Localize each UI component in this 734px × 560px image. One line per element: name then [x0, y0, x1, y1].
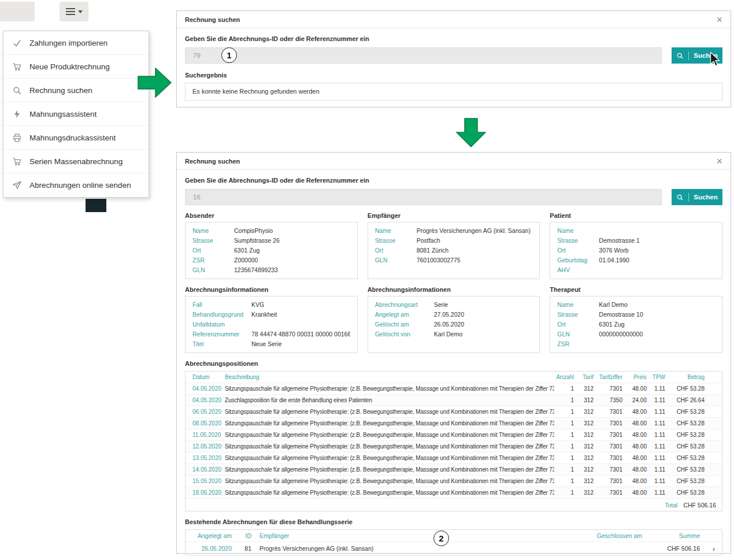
- mouse-cursor: [709, 52, 721, 66]
- info-row: GLN 0000000000000: [557, 329, 715, 339]
- total-value: CHF 506.16: [683, 502, 716, 509]
- actions-menu-button[interactable]: [60, 2, 88, 21]
- col-tpw: TPW: [647, 374, 665, 380]
- position-row: 04.05.2020 Zuschlagsposition für die ers…: [186, 395, 722, 406]
- cell-tarif: 312: [574, 397, 594, 403]
- invoice-id-input[interactable]: [185, 47, 662, 64]
- col-tarifziffer: Tarifziffer: [594, 374, 622, 380]
- menu-item-serien-massenabrechnung[interactable]: Serien Massenabrechnung: [3, 150, 149, 173]
- info-row: Titel Neue Serie: [192, 339, 350, 349]
- cell-beschreibung: Sitzungspauschale für allgemeine Physiot…: [225, 420, 554, 427]
- col-beschreibung: Beschreibung: [225, 374, 554, 380]
- info-value: Postfach: [417, 236, 440, 246]
- menu-item-label: Mahnungsassistent: [29, 110, 97, 118]
- cell-tpw: 1.11: [647, 420, 665, 427]
- menu-item-neue-produktrechnung[interactable]: Neue Produktrechnung: [3, 55, 149, 79]
- info-label: Ort: [375, 246, 417, 255]
- search-button[interactable]: Suchen: [672, 189, 722, 205]
- info-value: 7601003002775: [417, 255, 461, 265]
- menu-item-label: Zahlungen importieren: [29, 39, 107, 47]
- menu-item-rechnung-suchen[interactable]: Rechnung suchen: [3, 79, 149, 102]
- info-value: Neue Serie: [251, 339, 282, 349]
- menu-item-abrechnungen-online-senden[interactable]: Abrechnungen online senden: [3, 173, 149, 197]
- cell-betrag: CHF 53.28: [665, 466, 705, 473]
- menu-item-zahlungen-importieren[interactable]: Zahlungen importieren: [3, 31, 149, 55]
- info-row: Name Karl Demo: [557, 300, 715, 310]
- info-label: GLN: [192, 265, 234, 275]
- info-row: Gelöscht am 26.05.2020: [375, 320, 533, 329]
- info-value: 8081 Zürich: [417, 246, 448, 255]
- cell-tarifziffer: 7301: [594, 432, 622, 438]
- info-label: ZSR: [557, 339, 599, 349]
- info-row: Name CompisPhysio: [192, 226, 350, 236]
- lightning-icon: [12, 109, 22, 119]
- chevron-right-icon[interactable]: ›: [700, 544, 715, 553]
- menu-item-mahnungsassistent[interactable]: Mahnungsassistent: [3, 102, 149, 126]
- info-label: Strasse: [557, 310, 599, 320]
- cell-datum: 18.05.2020: [192, 489, 225, 496]
- cell-betrag: CHF 53.28: [665, 443, 705, 450]
- col-anzahl: Anzahl: [554, 374, 574, 380]
- cell-summe: CHF 506.16: [642, 545, 700, 552]
- search-icon: [12, 86, 22, 95]
- search-result-message: Es konnte keine Rechnung gefunden werden: [185, 83, 722, 101]
- annotation-arrow-right: [138, 67, 172, 98]
- info-value: 27.05.2020: [434, 310, 465, 320]
- col-tarif: Tarif: [574, 374, 594, 380]
- info-label: GLN: [557, 329, 599, 339]
- cell-datum: 11.05.2020: [192, 432, 225, 438]
- info-value: Demostrasse 10: [599, 310, 643, 320]
- cell-anzahl: 1: [554, 397, 574, 403]
- positions-table-header: Datum Beschreibung Anzahl Tarif Tarifzif…: [186, 372, 722, 383]
- info-value: Krankheit: [251, 310, 277, 320]
- search-icon: [676, 194, 684, 201]
- close-icon[interactable]: ×: [716, 156, 722, 166]
- actions-dropdown-menu: Zahlungen importieren Neue Produktrechnu…: [3, 31, 149, 198]
- position-row: 06.05.2020 Sitzungspauschale für allgeme…: [186, 406, 722, 418]
- info-row: Referenznummer 78 44474 48870 00031 0000…: [192, 329, 350, 339]
- cell-angelegt-am: 26.05.2020: [192, 545, 232, 552]
- cart-icon: [12, 157, 22, 166]
- search-prompt-label: Geben Sie die Abrechnungs-ID oder die Re…: [185, 177, 722, 184]
- panel-absender: Absender Name CompisPhysio Strasse Sumpf…: [185, 212, 358, 279]
- menu-item-label: Mahnungsdruckassistent: [29, 133, 116, 142]
- panel-patient: Patient Name Strasse Demostrasse 1: [550, 212, 722, 279]
- cell-tpw: 1.11: [647, 397, 665, 403]
- existing-table-header: Angelegt am ID Empfänger Geschlossen am …: [186, 530, 722, 542]
- cell-datum: 06.05.2020: [192, 409, 225, 415]
- position-row: 14.05.2020 Sitzungspauschale für allgeme…: [186, 464, 722, 476]
- info-value: 6301 Zug: [599, 320, 624, 329]
- position-row: 11.05.2020 Sitzungspauschale für allgeme…: [186, 429, 722, 441]
- cell-beschreibung: Sitzungspauschale für allgemeine Physiot…: [225, 443, 554, 450]
- toolbar-button-partial[interactable]: [0, 2, 35, 21]
- info-label: Strasse: [192, 236, 234, 246]
- info-label: Name: [557, 300, 599, 310]
- cell-tpw: 1.11: [647, 432, 665, 438]
- cell-tarif: 312: [574, 432, 594, 438]
- info-value: 6301 Zug: [234, 246, 260, 255]
- close-icon[interactable]: ×: [716, 14, 722, 25]
- cell-betrag: CHF 53.28: [665, 455, 705, 461]
- position-row: 12.05.2020 Sitzungspauschale für allgeme…: [186, 441, 722, 453]
- info-row: Behandlungsgrund Krankheit: [192, 310, 350, 320]
- cell-tarifziffer: 7301: [594, 455, 622, 461]
- cell-tarif: 312: [574, 443, 594, 450]
- invoice-row[interactable]: 26.05.2020 81 Progrès Versicherungen AG …: [186, 542, 722, 555]
- menu-item-mahnungsdruckassistent[interactable]: Mahnungsdruckassistent: [3, 126, 149, 150]
- info-label: ZSR: [192, 255, 234, 265]
- cell-datum: 12.05.2020: [192, 443, 225, 450]
- info-row: Ort 8081 Zürich: [375, 246, 533, 255]
- col-id: ID: [232, 532, 251, 539]
- cell-beschreibung: Zuschlagsposition für die erste Behandlu…: [225, 397, 554, 403]
- invoice-id-input[interactable]: [185, 189, 662, 205]
- annotation-arrow-down: [455, 118, 486, 148]
- cell-betrag: CHF 53.28: [665, 385, 705, 392]
- info-value: CompisPhysio: [234, 226, 273, 236]
- info-value: Serie: [434, 300, 448, 310]
- cell-datum: 08.05.2020: [192, 420, 225, 427]
- panel-abrechnungsinformationen-1: Abrechnungsinformationen Fall KVG Behand…: [185, 286, 358, 353]
- info-label: Titel: [192, 339, 251, 349]
- positions-table: Datum Beschreibung Anzahl Tarif Tarifzif…: [185, 371, 722, 511]
- search-prompt-label: Geben Sie die Abrechnungs-ID oder die Re…: [185, 35, 722, 42]
- panel-abrechnungsinformationen-2: Abrechnungsinformationen Abrechnungsart …: [368, 286, 540, 353]
